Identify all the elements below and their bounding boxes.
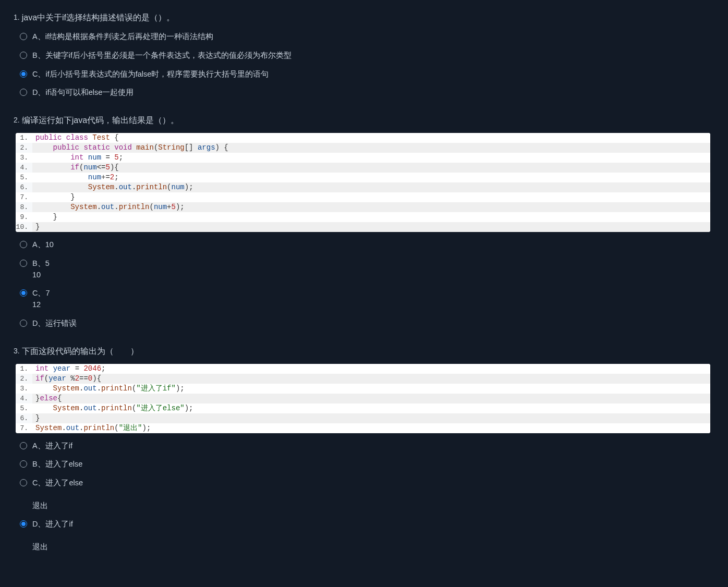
line-number: 10. xyxy=(16,222,32,232)
option-text: C、7 12 xyxy=(32,288,50,311)
line-number: 2. xyxy=(16,143,32,153)
option-body: if后小括号里表达式的值为false时，程序需要执行大括号里的语句 xyxy=(45,70,269,78)
question-title: 编译运行如下java代码，输出结果是（）。 xyxy=(22,114,179,127)
code-content: } xyxy=(32,222,710,232)
option[interactable]: C、7 12 xyxy=(20,288,712,311)
option-text: B、5 10 xyxy=(32,258,50,281)
code-line: 7.System.out.println("退出"); xyxy=(16,423,710,433)
question-number: 2. xyxy=(14,115,20,126)
radio-icon[interactable] xyxy=(20,52,27,59)
option-body: 关键字if后小括号里必须是一个条件表达式，表达式的值必须为布尔类型 xyxy=(45,51,292,59)
code-content: num+=2; xyxy=(32,173,710,182)
code-line: 1.public class Test { xyxy=(16,133,710,143)
option[interactable]: C、进入了else 退出 xyxy=(20,478,712,511)
options: A、10B、5 10C、7 12D、运行错误 xyxy=(20,239,712,329)
question-title: 下面这段代码的输出为（ ） xyxy=(22,345,139,358)
option-body: 进入了if xyxy=(45,442,72,450)
option[interactable]: D、进入了if 退出 xyxy=(20,519,712,553)
radio-icon[interactable] xyxy=(20,479,27,486)
code-line: 9. } xyxy=(16,212,710,222)
line-number: 7. xyxy=(16,423,32,433)
option[interactable]: D、运行错误 xyxy=(20,318,712,329)
options: A、if结构是根据条件判读之后再处理的一种语法结构B、关键字if后小括号里必须是… xyxy=(20,31,712,99)
code-line: 10.} xyxy=(16,222,710,232)
option-letter: B、 xyxy=(32,51,45,59)
line-number: 3. xyxy=(16,384,32,394)
code-line: 2. public static void main(String[] args… xyxy=(16,143,710,153)
code-line: 8. System.out.println(num+5); xyxy=(16,202,710,212)
option-letter: B、 xyxy=(32,460,45,468)
code-content: System.out.println("进入了if"); xyxy=(32,384,710,394)
code-line: 1.int year = 2046; xyxy=(16,364,710,374)
radio-icon[interactable] xyxy=(20,241,27,248)
option-body: 10 xyxy=(45,240,54,249)
option-body: 进入了else xyxy=(45,460,83,468)
option[interactable]: A、if结构是根据条件判读之后再处理的一种语法结构 xyxy=(20,31,712,43)
line-number: 6. xyxy=(16,182,32,192)
option[interactable]: B、关键字if后小括号里必须是一个条件表达式，表达式的值必须为布尔类型 xyxy=(20,50,712,62)
question: 2.编译运行如下java代码，输出结果是（）。1.public class Te… xyxy=(14,114,712,329)
radio-icon[interactable] xyxy=(20,33,27,40)
option[interactable]: D、if语句可以和else一起使用 xyxy=(20,87,712,99)
code-line: 6.} xyxy=(16,413,710,423)
line-number: 3. xyxy=(16,153,32,163)
radio-icon[interactable] xyxy=(20,520,27,528)
option-text: A、进入了if xyxy=(32,441,72,452)
option-letter: A、 xyxy=(32,240,45,249)
radio-icon[interactable] xyxy=(20,289,27,297)
line-number: 4. xyxy=(16,163,32,173)
line-number: 1. xyxy=(16,364,32,374)
option-letter: D、 xyxy=(32,319,45,327)
code-line: 7. } xyxy=(16,192,710,202)
option[interactable]: B、进入了else xyxy=(20,459,712,470)
question-header: 3.下面这段代码的输出为（ ） xyxy=(14,345,712,358)
option-text: A、10 xyxy=(32,239,54,251)
option-body: if结构是根据条件判读之后再处理的一种语法结构 xyxy=(45,32,213,41)
line-number: 2. xyxy=(16,374,32,384)
option-letter: C、 xyxy=(32,70,45,78)
code-content: System.out.println(num+5); xyxy=(32,202,710,212)
code-content: int year = 2046; xyxy=(32,364,710,374)
radio-icon[interactable] xyxy=(20,89,27,96)
code-content: System.out.println("退出"); xyxy=(32,423,710,433)
options: A、进入了ifB、进入了elseC、进入了else 退出D、进入了if 退出 xyxy=(20,441,712,553)
option-text: B、关键字if后小括号里必须是一个条件表达式，表达式的值必须为布尔类型 xyxy=(32,50,292,62)
code-content: int num = 5; xyxy=(32,153,710,163)
radio-icon[interactable] xyxy=(20,442,27,449)
line-number: 4. xyxy=(16,394,32,403)
code-line: 6. System.out.println(num); xyxy=(16,182,710,192)
question: 1.java中关于if选择结构描述错误的是（）。A、if结构是根据条件判读之后再… xyxy=(14,11,712,99)
option[interactable]: A、10 xyxy=(20,239,712,251)
option-text: B、进入了else xyxy=(32,459,82,470)
option-text: D、if语句可以和else一起使用 xyxy=(32,87,134,99)
option[interactable]: C、if后小括号里表达式的值为false时，程序需要执行大括号里的语句 xyxy=(20,69,712,80)
option-letter: A、 xyxy=(32,32,45,41)
question-number: 3. xyxy=(14,346,20,357)
option-letter: D、 xyxy=(32,88,45,96)
option[interactable]: A、进入了if xyxy=(20,441,712,452)
code-block: 1.public class Test {2. public static vo… xyxy=(16,133,710,232)
code-content: } xyxy=(32,413,710,423)
code-line: 4. if(num<=5){ xyxy=(16,163,710,173)
option-text: C、进入了else 退出 xyxy=(32,478,83,511)
option[interactable]: B、5 10 xyxy=(20,258,712,281)
code-line: 3. int num = 5; xyxy=(16,153,710,163)
code-content: System.out.println("进入了else"); xyxy=(32,403,710,413)
line-number: 7. xyxy=(16,192,32,202)
option-letter: C、 xyxy=(32,479,45,487)
question-header: 2.编译运行如下java代码，输出结果是（）。 xyxy=(14,114,712,127)
radio-icon[interactable] xyxy=(20,460,27,468)
radio-icon[interactable] xyxy=(20,320,27,327)
radio-icon[interactable] xyxy=(20,260,27,267)
code-content: public class Test { xyxy=(32,133,710,143)
line-number: 8. xyxy=(16,202,32,212)
code-content: System.out.println(num); xyxy=(32,182,710,192)
option-body: if语句可以和else一起使用 xyxy=(45,88,134,96)
line-number: 1. xyxy=(16,133,32,143)
option-text: D、进入了if 退出 xyxy=(32,519,73,553)
option-letter: D、 xyxy=(32,520,45,528)
radio-icon[interactable] xyxy=(20,70,27,78)
code-line: 4.}else{ xyxy=(16,394,710,403)
option-body: 运行错误 xyxy=(45,319,77,327)
line-number: 5. xyxy=(16,403,32,413)
